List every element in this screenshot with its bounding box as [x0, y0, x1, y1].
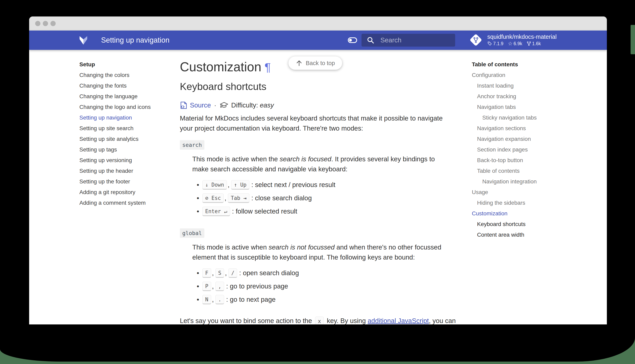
sidebar-item[interactable]: Adding a comment system — [80, 198, 174, 208]
keyboard-key: ↑ Up — [231, 180, 250, 190]
sidebar-item[interactable]: Adding a git repository — [80, 187, 174, 198]
key-binding-item: N,.: go to next page — [180, 293, 457, 306]
toc-item[interactable]: Back-to-top button — [472, 155, 596, 166]
binding-description: : open search dialog — [239, 269, 299, 277]
repo-version-fact: 7.1.9 — [487, 40, 504, 46]
key-bindings-list: ↓ Down,↑ Up: select next / previous resu… — [180, 178, 457, 218]
keyboard-key: P — [202, 282, 211, 291]
text-run: This mode is active when — [192, 244, 269, 251]
sidebar-item[interactable]: Changing the colors — [80, 70, 174, 80]
toc-item[interactable]: Configuration — [472, 70, 596, 80]
toc-item[interactable]: Keyboard shortcuts — [472, 219, 596, 230]
file-code-icon[interactable] — [180, 101, 188, 109]
maximize-window-button[interactable] — [50, 21, 56, 26]
sidebar-item[interactable]: Changing the language — [80, 91, 174, 102]
graduation-cap-icon — [220, 102, 228, 109]
repo-forks-fact: 1.6k — [527, 40, 541, 46]
toc-item[interactable]: Sticky navigation tabs — [472, 112, 596, 123]
key-separator: , — [225, 269, 227, 277]
keyboard-key: F — [202, 268, 211, 278]
text-run: key. By using — [325, 317, 368, 324]
toc-item[interactable]: Section index pages — [472, 144, 596, 155]
binding-description: : follow selected result — [232, 208, 298, 215]
meta-separator: · — [214, 102, 216, 109]
app-header: Setting up navigation — [29, 30, 607, 50]
close-window-button[interactable] — [35, 21, 40, 26]
toc-item[interactable]: Anchor tracking — [472, 91, 596, 102]
toc-item[interactable]: Instant loading — [472, 80, 596, 91]
sidebar-item[interactable]: Setting up tags — [80, 144, 174, 155]
sidebar-item[interactable]: Changing the logo and icons — [80, 102, 174, 112]
inline-link[interactable]: additional JavaScript — [368, 317, 429, 324]
toc-item[interactable]: Hiding the sidebars — [472, 198, 596, 208]
sidebar-item[interactable]: Setting up the footer — [80, 176, 174, 187]
window-titlebar — [29, 16, 607, 30]
difficulty-label: Difficulty: — [231, 102, 258, 109]
nav-list: Changing the colorsChanging the fontsCha… — [80, 70, 174, 208]
heading-anchor-pilcrow[interactable]: ¶ — [265, 61, 271, 74]
sidebar-item[interactable]: Setting up the header — [80, 166, 174, 176]
search-input[interactable] — [380, 36, 446, 44]
key-separator: , — [228, 181, 230, 189]
article-heading: Customization¶ — [180, 59, 457, 75]
toc-title: Table of contents — [472, 59, 596, 70]
repo-facts: 7.1.9 ☆ 6.9k — [487, 40, 557, 46]
emphasized-text: search is focused — [280, 155, 331, 163]
toc-item[interactable]: Navigation expansion — [472, 134, 596, 144]
search-icon — [367, 36, 374, 44]
git-repo-icon — [469, 33, 483, 47]
mkdocs-material-logo-icon[interactable] — [78, 35, 88, 45]
keyboard-key: , — [216, 282, 224, 291]
binding-description: : close search dialog — [252, 194, 312, 202]
repo-stars-fact: ☆ 6.9k — [508, 40, 522, 46]
keyboard-key: / — [228, 268, 237, 278]
sidebar-item[interactable]: Changing the fonts — [80, 80, 174, 91]
repo-name: squidfunk/mkdocs-material — [487, 33, 557, 40]
repo-version: 7.1.9 — [493, 40, 504, 46]
repo-link[interactable]: squidfunk/mkdocs-material 7.1.9 ☆ 6.9k — [469, 33, 557, 47]
key-separator: , — [212, 282, 214, 290]
sidebar-item[interactable]: Setting up versioning — [80, 155, 174, 166]
toc-item[interactable]: Navigation sections — [472, 123, 596, 134]
browser-window: Setting up navigation — [29, 16, 607, 324]
toc-list: ConfigurationInstant loadingAnchor track… — [472, 70, 596, 240]
toc-item[interactable]: Usage — [472, 187, 596, 198]
outro-paragraph: Let's say you want to bind some action t… — [180, 316, 501, 324]
keyboard-key: Enter ↵ — [202, 207, 230, 216]
article-content: Customization¶ Keyboard shortcuts Source… — [180, 50, 457, 324]
binding-description: : select next / previous result — [252, 181, 336, 189]
minimize-window-button[interactable] — [43, 21, 48, 26]
text-run: Let's say you want to bind some action t… — [180, 317, 314, 324]
key-binding-item: P,,: go to previous page — [180, 280, 457, 293]
sidebar-item[interactable]: Setting up site analytics — [80, 134, 174, 144]
mode-code-chip: global — [180, 228, 204, 238]
source-link[interactable]: Source — [190, 102, 211, 109]
tag-icon — [487, 41, 492, 46]
key-bindings-list: F,S,/: open search dialogP,,: go to prev… — [180, 266, 457, 306]
text-run: Material for MkDocs includes several key… — [180, 114, 443, 132]
nav-section-label: Setup — [80, 59, 174, 70]
search-box[interactable] — [362, 34, 455, 46]
mode-code-chip: search — [180, 140, 204, 150]
sidebar-item[interactable]: Setting up navigation — [80, 112, 174, 123]
text-run: , you can — [429, 317, 456, 324]
toc-item[interactable]: Content area width — [472, 230, 596, 240]
toc-item[interactable]: Navigation integration — [472, 176, 596, 187]
keyboard-key: x — [315, 316, 324, 324]
repo-forks: 1.6k — [532, 40, 541, 46]
emphasized-text: search is not focussed — [269, 244, 334, 251]
key-separator: , — [212, 269, 214, 277]
toc-item[interactable]: Customization — [472, 208, 596, 219]
toc-item[interactable]: Navigation tabs — [472, 102, 596, 112]
sidebar-item[interactable]: Setting up site search — [80, 123, 174, 134]
fork-icon — [527, 41, 531, 46]
toc-item[interactable]: Table of contents — [472, 166, 596, 176]
key-binding-item: F,S,/: open search dialog — [180, 266, 457, 280]
keyboard-modes: searchThis mode is active when the searc… — [180, 140, 457, 306]
star-icon: ☆ — [508, 41, 512, 46]
key-binding-item: ⊘ Esc,Tab ⇥: close search dialog — [180, 192, 457, 205]
difficulty-value: easy — [260, 102, 274, 109]
keyboard-mode: searchThis mode is active when the searc… — [180, 140, 457, 218]
repo-stars: 6.9k — [514, 40, 522, 46]
dark-mode-toggle[interactable] — [348, 37, 357, 43]
